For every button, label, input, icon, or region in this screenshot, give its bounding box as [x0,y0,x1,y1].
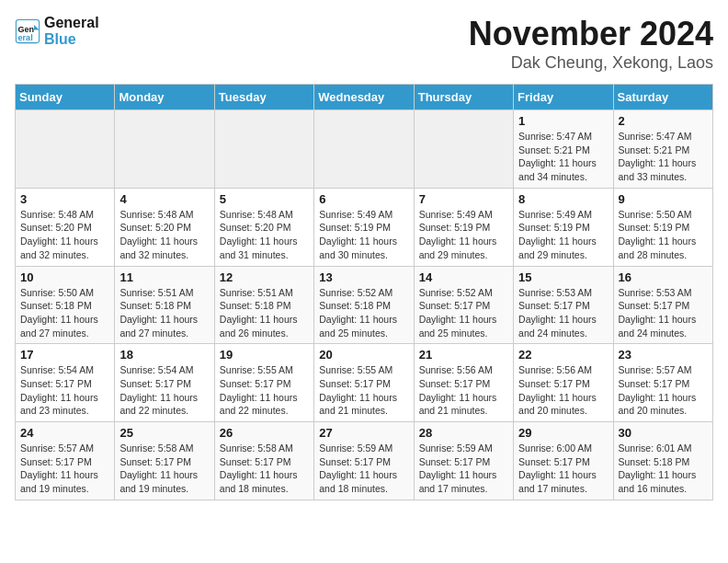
day-info: Sunrise: 5:50 AMSunset: 5:18 PMDaylight:… [20,286,109,340]
month-title: November 2024 [469,15,713,53]
day-info: Sunrise: 5:48 AMSunset: 5:20 PMDaylight:… [20,208,109,262]
calendar-cell: 12Sunrise: 5:51 AMSunset: 5:18 PMDayligh… [214,266,313,344]
day-number: 30 [619,426,708,440]
calendar-cell: 15Sunrise: 5:53 AMSunset: 5:17 PMDayligh… [514,266,613,344]
day-number: 12 [220,270,309,284]
calendar: SundayMondayTuesdayWednesdayThursdayFrid… [15,84,713,500]
calendar-cell [214,110,313,189]
day-number: 4 [119,192,209,206]
day-number: 15 [518,270,608,284]
day-number: 2 [619,114,708,128]
day-info: Sunrise: 5:56 AMSunset: 5:17 PMDaylight:… [518,363,608,418]
calendar-header-row: SundayMondayTuesdayWednesdayThursdayFrid… [16,85,713,110]
calendar-cell: 14Sunrise: 5:52 AMSunset: 5:17 PMDayligh… [414,266,513,344]
calendar-cell: 3Sunrise: 5:48 AMSunset: 5:20 PMDaylight… [16,188,115,266]
day-number: 21 [419,348,508,362]
day-info: Sunrise: 5:59 AMSunset: 5:17 PMDaylight:… [419,442,508,496]
calendar-cell: 1Sunrise: 5:47 AMSunset: 5:21 PMDaylight… [514,110,613,189]
calendar-cell: 18Sunrise: 5:54 AMSunset: 5:17 PMDayligh… [115,344,214,422]
day-number: 29 [518,426,608,440]
calendar-cell: 4Sunrise: 5:48 AMSunset: 5:20 PMDaylight… [115,188,214,266]
calendar-cell: 13Sunrise: 5:52 AMSunset: 5:18 PMDayligh… [314,266,414,344]
day-info: Sunrise: 5:47 AMSunset: 5:21 PMDaylight:… [619,130,708,184]
day-info: Sunrise: 5:50 AMSunset: 5:19 PMDaylight:… [619,208,708,262]
calendar-week-0: 1Sunrise: 5:47 AMSunset: 5:21 PMDaylight… [16,110,713,189]
day-header-wednesday: Wednesday [314,85,414,110]
calendar-cell: 26Sunrise: 5:58 AMSunset: 5:17 PMDayligh… [214,422,313,500]
calendar-cell [414,110,513,189]
day-number: 1 [518,114,608,128]
day-header-thursday: Thursday [414,85,513,110]
day-info: Sunrise: 5:57 AMSunset: 5:17 PMDaylight:… [20,442,109,496]
day-info: Sunrise: 5:48 AMSunset: 5:20 PMDaylight:… [119,208,209,262]
day-header-monday: Monday [115,85,214,110]
day-number: 6 [319,192,408,206]
day-number: 14 [419,270,508,284]
day-number: 8 [518,192,608,206]
calendar-cell: 9Sunrise: 5:50 AMSunset: 5:19 PMDaylight… [613,188,712,266]
calendar-week-4: 24Sunrise: 5:57 AMSunset: 5:17 PMDayligh… [16,422,713,500]
title-area: November 2024 Dak Cheung, Xekong, Laos [469,15,713,73]
day-info: Sunrise: 5:55 AMSunset: 5:17 PMDaylight:… [319,363,408,418]
day-info: Sunrise: 5:54 AMSunset: 5:17 PMDaylight:… [20,363,109,418]
day-number: 27 [319,426,408,440]
calendar-cell: 11Sunrise: 5:51 AMSunset: 5:18 PMDayligh… [115,266,214,344]
day-number: 11 [119,270,209,284]
calendar-cell: 24Sunrise: 5:57 AMSunset: 5:17 PMDayligh… [16,422,115,500]
day-number: 24 [20,426,109,440]
calendar-cell: 17Sunrise: 5:54 AMSunset: 5:17 PMDayligh… [16,344,115,422]
calendar-cell: 21Sunrise: 5:56 AMSunset: 5:17 PMDayligh… [414,344,513,422]
calendar-cell [314,110,414,189]
calendar-cell: 22Sunrise: 5:56 AMSunset: 5:17 PMDayligh… [514,344,613,422]
day-info: Sunrise: 5:54 AMSunset: 5:17 PMDaylight:… [119,363,209,418]
day-number: 16 [619,270,708,284]
calendar-cell: 2Sunrise: 5:47 AMSunset: 5:21 PMDaylight… [613,110,712,189]
day-info: Sunrise: 5:57 AMSunset: 5:17 PMDaylight:… [619,363,708,418]
day-info: Sunrise: 5:51 AMSunset: 5:18 PMDaylight:… [119,286,209,340]
day-number: 23 [619,348,708,362]
day-number: 5 [220,192,309,206]
day-number: 19 [220,348,309,362]
calendar-cell: 25Sunrise: 5:58 AMSunset: 5:17 PMDayligh… [115,422,214,500]
day-header-saturday: Saturday [613,85,712,110]
calendar-cell: 6Sunrise: 5:49 AMSunset: 5:19 PMDaylight… [314,188,414,266]
day-header-sunday: Sunday [16,85,115,110]
day-number: 17 [20,348,109,362]
day-number: 13 [319,270,408,284]
calendar-cell: 16Sunrise: 5:53 AMSunset: 5:17 PMDayligh… [613,266,712,344]
day-number: 10 [20,270,109,284]
calendar-cell: 5Sunrise: 5:48 AMSunset: 5:20 PMDaylight… [214,188,313,266]
logo-icon: Gen eral [15,18,40,44]
calendar-cell: 19Sunrise: 5:55 AMSunset: 5:17 PMDayligh… [214,344,313,422]
day-info: Sunrise: 5:51 AMSunset: 5:18 PMDaylight:… [220,286,309,340]
day-number: 18 [119,348,209,362]
day-number: 28 [419,426,508,440]
day-info: Sunrise: 5:49 AMSunset: 5:19 PMDaylight:… [518,208,608,262]
calendar-cell: 10Sunrise: 5:50 AMSunset: 5:18 PMDayligh… [16,266,115,344]
logo: Gen eral General Blue [15,15,99,47]
day-number: 26 [220,426,309,440]
day-info: Sunrise: 5:53 AMSunset: 5:17 PMDaylight:… [619,286,708,340]
header: Gen eral General Blue November 2024 Dak … [15,15,713,73]
day-info: Sunrise: 5:47 AMSunset: 5:21 PMDaylight:… [518,130,608,184]
day-info: Sunrise: 5:56 AMSunset: 5:17 PMDaylight:… [419,363,508,418]
day-info: Sunrise: 5:53 AMSunset: 5:17 PMDaylight:… [518,286,608,340]
day-info: Sunrise: 5:49 AMSunset: 5:19 PMDaylight:… [419,208,508,262]
day-info: Sunrise: 5:55 AMSunset: 5:17 PMDaylight:… [220,363,309,418]
day-number: 7 [419,192,508,206]
day-number: 22 [518,348,608,362]
calendar-cell: 29Sunrise: 6:00 AMSunset: 5:17 PMDayligh… [514,422,613,500]
day-number: 9 [619,192,708,206]
calendar-cell: 20Sunrise: 5:55 AMSunset: 5:17 PMDayligh… [314,344,414,422]
calendar-cell: 30Sunrise: 6:01 AMSunset: 5:18 PMDayligh… [613,422,712,500]
calendar-cell: 7Sunrise: 5:49 AMSunset: 5:19 PMDaylight… [414,188,513,266]
logo-text: General Blue [44,15,99,47]
day-info: Sunrise: 5:49 AMSunset: 5:19 PMDaylight:… [319,208,408,262]
location-title: Dak Cheung, Xekong, Laos [469,53,713,73]
day-number: 20 [319,348,408,362]
calendar-cell: 8Sunrise: 5:49 AMSunset: 5:19 PMDaylight… [514,188,613,266]
day-info: Sunrise: 5:58 AMSunset: 5:17 PMDaylight:… [119,442,209,496]
calendar-cell [115,110,214,189]
day-number: 25 [119,426,209,440]
calendar-week-3: 17Sunrise: 5:54 AMSunset: 5:17 PMDayligh… [16,344,713,422]
